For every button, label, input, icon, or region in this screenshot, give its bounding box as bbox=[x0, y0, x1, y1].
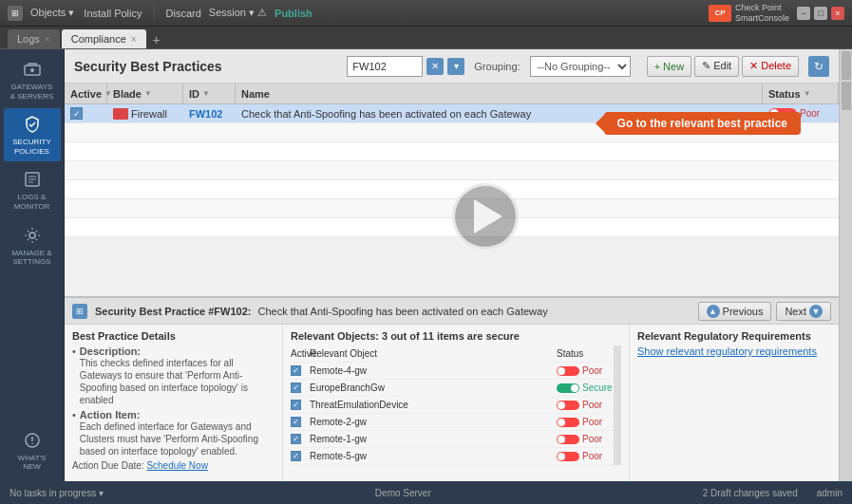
th-active: Active ▼ bbox=[65, 84, 107, 103]
refresh-button[interactable]: ↻ bbox=[808, 56, 829, 77]
action-due: Action Due Date: Schedule Now bbox=[72, 460, 275, 471]
rel-checkbox-1: ✓ bbox=[291, 383, 301, 393]
right-sidebar bbox=[839, 49, 852, 481]
sidebar-item-manage[interactable]: MANAGE &SETTINGS bbox=[4, 219, 61, 272]
maximize-button[interactable]: □ bbox=[814, 7, 827, 20]
edit-button[interactable]: ✎ Edit bbox=[694, 56, 739, 77]
bottom-header-icon: ⊞ bbox=[72, 304, 87, 319]
rel-row-1[interactable]: ✓ EuropeBranchGw Secure bbox=[291, 380, 614, 397]
publish-btn[interactable]: Publish bbox=[275, 8, 312, 19]
relevant-scrollbar[interactable] bbox=[614, 345, 621, 465]
rel-toggle-5 bbox=[557, 452, 579, 461]
bottom-panel: ⊞ Security Best Practice #FW102: Check t… bbox=[65, 296, 839, 481]
rel-toggle-1 bbox=[557, 383, 579, 393]
rel-name-0: Remote-4-gw bbox=[310, 365, 557, 376]
rel-status-1: Secure bbox=[557, 383, 614, 393]
bullet-dot-action: • bbox=[72, 409, 76, 457]
rel-row-4[interactable]: ✓ Remote-1-gw Poor bbox=[291, 431, 614, 448]
sort-arrow-status: ▼ bbox=[804, 89, 811, 98]
relevant-table-wrapper: Active Relevant Object Status ✓ Remote-4… bbox=[291, 345, 621, 465]
annotation-bubble: Go to the relevant best practice bbox=[604, 112, 801, 135]
sidebar-item-gateways[interactable]: GATEWAYS& SERVERS bbox=[4, 53, 61, 106]
description-section: • Description: This checks defined inter… bbox=[72, 345, 275, 406]
rel-row-0[interactable]: ✓ Remote-4-gw Poor bbox=[291, 363, 614, 380]
table-container: Active ▼ Blade ▼ ID ▼ Name bbox=[65, 84, 839, 296]
td-blade: Firewall bbox=[107, 104, 183, 122]
tab-logs-close[interactable]: × bbox=[45, 34, 50, 45]
app-icon: ⊞ bbox=[8, 6, 23, 21]
status-tasks[interactable]: No tasks in progress ▾ bbox=[9, 488, 104, 498]
rel-row-3[interactable]: ✓ Remote-2-gw Poor bbox=[291, 414, 614, 431]
rel-th-active: Active bbox=[291, 348, 310, 359]
rs-item-2[interactable] bbox=[842, 82, 851, 110]
rel-toggle-3 bbox=[557, 418, 579, 427]
manage-label: MANAGE &SETTINGS bbox=[11, 249, 51, 267]
rs-item-1[interactable] bbox=[842, 51, 851, 80]
row-checkbox[interactable]: ✓ bbox=[70, 107, 83, 120]
content-header: Security Best Practices ✕ ▾ Grouping: --… bbox=[65, 49, 839, 84]
logo: CP Check PointSmartConsole bbox=[709, 3, 789, 24]
tab-compliance[interactable]: Compliance × bbox=[62, 29, 146, 48]
prev-icon: ▲ bbox=[707, 305, 720, 318]
table-area: Active ▼ Blade ▼ ID ▼ Name bbox=[65, 84, 839, 237]
th-name: Name bbox=[236, 84, 763, 103]
delete-button[interactable]: ✕ Delete bbox=[742, 56, 799, 77]
th-blade: Blade ▼ bbox=[107, 84, 183, 103]
gateways-label: GATEWAYS& SERVERS bbox=[10, 83, 54, 101]
description-content: Description: This checks defined interfa… bbox=[80, 345, 275, 406]
td-id: FW102 bbox=[183, 104, 236, 122]
session-btn[interactable]: Session ▾ ⚠ bbox=[209, 7, 267, 19]
next-button[interactable]: Next ▼ bbox=[776, 302, 831, 321]
tab-logs[interactable]: Logs × bbox=[8, 29, 60, 48]
bottom-content: Best Practice Details • Description: Thi… bbox=[65, 325, 839, 481]
rel-row-5[interactable]: ✓ Remote-5-gw Poor bbox=[291, 448, 614, 465]
bottom-header: ⊞ Security Best Practice #FW102: Check t… bbox=[65, 298, 839, 325]
grouping-label: Grouping: bbox=[474, 61, 520, 72]
previous-button[interactable]: ▲ Previous bbox=[698, 302, 772, 321]
sidebar-item-logs[interactable]: LOGS &MONITOR bbox=[4, 163, 61, 216]
logs-icon bbox=[22, 169, 43, 190]
new-button[interactable]: + New bbox=[647, 56, 692, 77]
rel-checkbox-5: ✓ bbox=[291, 451, 301, 461]
whatsnew-icon bbox=[22, 430, 43, 451]
menu-install-policy[interactable]: Install Policy bbox=[84, 7, 142, 19]
close-button[interactable]: × bbox=[831, 7, 844, 20]
status-drafts: 2 Draft changes saved bbox=[703, 488, 798, 498]
rel-toggle-4 bbox=[557, 435, 579, 444]
tab-compliance-close[interactable]: × bbox=[131, 34, 137, 45]
action-section: • Action Item: Each defined interface fo… bbox=[72, 409, 275, 457]
minimize-button[interactable]: − bbox=[797, 7, 810, 20]
rel-toggle-0 bbox=[557, 366, 579, 376]
regulatory-link[interactable]: Show relevant regulatory requirements bbox=[637, 345, 817, 357]
th-id: ID ▼ bbox=[183, 84, 236, 103]
fw-input[interactable] bbox=[347, 56, 423, 77]
discard-btn[interactable]: Discard bbox=[166, 8, 201, 19]
blade-icon bbox=[113, 108, 128, 120]
sidebar-item-security[interactable]: SECURITYPOLICIES bbox=[4, 108, 61, 161]
security-icon bbox=[22, 114, 43, 135]
rel-checkbox-3: ✓ bbox=[291, 417, 301, 427]
schedule-link[interactable]: Schedule Now bbox=[146, 460, 207, 471]
relevant-table: Active Relevant Object Status ✓ Remote-4… bbox=[291, 345, 614, 465]
tab-add-button[interactable]: + bbox=[148, 31, 165, 48]
fw-selector: ✕ ▾ bbox=[347, 56, 464, 77]
logo-box: CP bbox=[709, 5, 731, 22]
th-status: Status ▼ bbox=[763, 84, 839, 103]
rel-row-header: Active Relevant Object Status bbox=[291, 345, 614, 363]
relevant-objects-title: Relevant Objects: 3 out of 11 items are … bbox=[291, 330, 621, 342]
rel-checkbox-0: ✓ bbox=[291, 365, 301, 376]
window-controls: − □ × bbox=[797, 7, 844, 20]
bullet-dot-desc: • bbox=[72, 345, 76, 406]
rel-status-2: Poor bbox=[557, 400, 614, 410]
fw-clear-btn[interactable]: ✕ bbox=[426, 58, 444, 75]
menu-objects[interactable]: Objects ▾ bbox=[30, 7, 74, 19]
rel-row-2[interactable]: ✓ ThreatEmulationDevice Poor bbox=[291, 397, 614, 414]
rel-status-4: Poor bbox=[557, 434, 614, 444]
sidebar-item-whatsnew[interactable]: WHAT'SNEW bbox=[4, 424, 61, 477]
grouping-select[interactable]: --No Grouping-- bbox=[530, 56, 631, 77]
gateways-icon bbox=[22, 59, 43, 80]
security-label: SECURITYPOLICIES bbox=[12, 138, 50, 156]
sort-arrow-id: ▼ bbox=[202, 89, 210, 98]
td-active: ✓ bbox=[65, 104, 107, 122]
fw-dropdown-btn[interactable]: ▾ bbox=[447, 58, 464, 75]
